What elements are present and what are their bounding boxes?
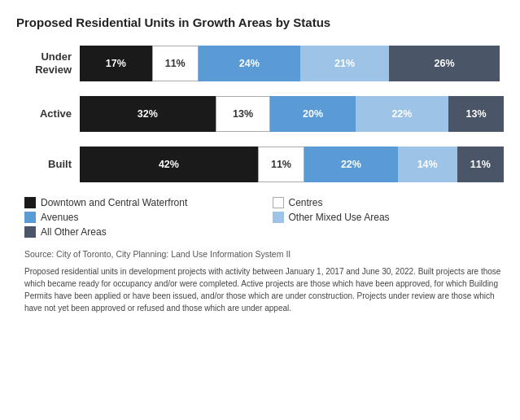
bar-segment-downtown: 17% xyxy=(80,46,152,81)
legend-swatch-downtown xyxy=(24,197,36,208)
legend-swatch-all-other xyxy=(24,226,36,238)
legend-label-other-mixed: Other Mixed Use Areas xyxy=(289,212,390,223)
chart-title: Proposed Residential Units in Growth Are… xyxy=(16,15,504,31)
legend-swatch-centres xyxy=(273,197,284,208)
bar-segment-centres: 11% xyxy=(258,147,304,182)
bar-segment-centres: 13% xyxy=(216,96,271,132)
legend: Downtown and Central WaterfrontCentresAv… xyxy=(24,197,504,238)
bar-segment-all-other: 26% xyxy=(389,46,499,81)
legend-item-all-other: All Other Areas xyxy=(24,226,256,238)
bar-container: 42%11%22%14%11% xyxy=(80,147,504,182)
bar-row-under-review: UnderReview17%11%24%21%26% xyxy=(24,46,504,81)
legend-item-other-mixed: Other Mixed Use Areas xyxy=(273,212,505,223)
legend-label-centres: Centres xyxy=(289,197,323,208)
bar-segment-downtown: 42% xyxy=(80,147,258,182)
bar-row-built: Built42%11%22%14%11% xyxy=(24,147,504,182)
bar-segment-avenues: 20% xyxy=(270,96,355,132)
legend-swatch-avenues xyxy=(24,212,36,223)
legend-label-all-other: All Other Areas xyxy=(41,226,107,238)
legend-item-avenues: Avenues xyxy=(24,212,256,223)
bar-segment-all-other: 13% xyxy=(448,96,504,132)
bar-row-active: Active32%13%20%22%13% xyxy=(24,96,504,132)
bar-label: UnderReview xyxy=(24,50,80,76)
bar-segment-all-other: 11% xyxy=(457,147,504,182)
legend-swatch-other-mixed xyxy=(273,212,284,223)
source-text: Source: City of Toronto, City Planning: … xyxy=(24,249,504,259)
legend-item-centres: Centres xyxy=(273,197,505,208)
legend-label-downtown: Downtown and Central Waterfront xyxy=(41,197,187,208)
legend-label-avenues: Avenues xyxy=(41,212,78,223)
bar-segment-downtown: 32% xyxy=(80,96,216,132)
bar-segment-avenues: 22% xyxy=(304,147,398,182)
bar-segment-other-mixed: 22% xyxy=(356,96,449,132)
bar-container: 32%13%20%22%13% xyxy=(80,96,504,132)
legend-item-downtown: Downtown and Central Waterfront xyxy=(24,197,256,208)
bar-label: Built xyxy=(24,158,80,171)
bar-segment-centres: 11% xyxy=(152,46,199,81)
chart-area: UnderReview17%11%24%21%26%Active32%13%20… xyxy=(24,46,504,182)
notes-text: Proposed residential units in developmen… xyxy=(24,265,504,314)
bar-segment-avenues: 24% xyxy=(199,46,300,81)
bar-segment-other-mixed: 14% xyxy=(398,147,457,182)
bar-segment-other-mixed: 21% xyxy=(300,46,389,81)
bar-label: Active xyxy=(24,107,80,120)
bar-container: 17%11%24%21%26% xyxy=(80,46,504,81)
